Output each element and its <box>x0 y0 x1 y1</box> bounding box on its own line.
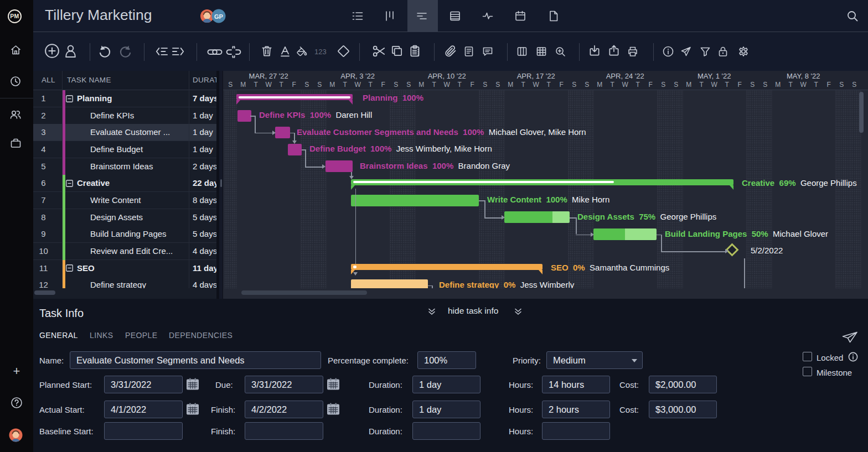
svg-text:GP: GP <box>214 13 223 20</box>
